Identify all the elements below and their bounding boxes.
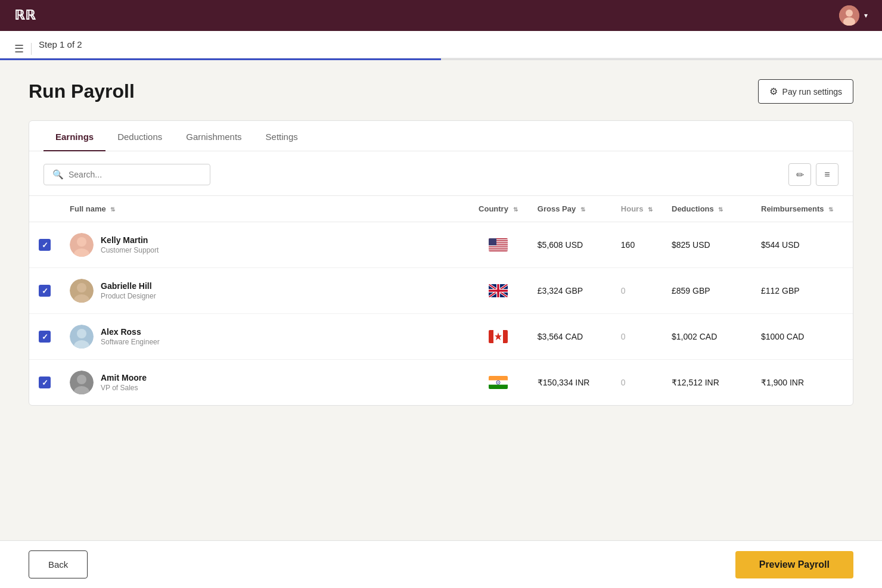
svg-point-32 — [498, 382, 499, 383]
employee-cell: Alex Ross Software Engineer — [70, 325, 459, 349]
row-deductions-cell: $1,002 CAD — [662, 314, 751, 360]
row-deductions-cell: ₹12,512 INR — [662, 360, 751, 406]
preview-payroll-button[interactable]: Preview Payroll — [735, 551, 853, 578]
country-flag-ca — [489, 331, 508, 341]
tab-deductions[interactable]: Deductions — [105, 121, 174, 151]
row-hours-cell: 0 — [611, 314, 662, 360]
employee-role: Software Engineer — [101, 338, 160, 346]
country-sort-icon[interactable]: ⇅ — [513, 206, 518, 213]
tab-garnishments[interactable]: Garnishments — [174, 121, 253, 151]
svg-point-19 — [77, 329, 86, 338]
employee-role: VP of Sales — [101, 384, 147, 392]
row-checkbox-alex[interactable]: ✓ — [39, 331, 51, 343]
col-country[interactable]: Country ⇅ — [468, 196, 528, 222]
row-country-cell — [468, 360, 528, 406]
row-hours-cell: 160 — [611, 222, 662, 268]
grosspay-sort-icon[interactable]: ⇅ — [580, 206, 585, 213]
deductions-sort-icon[interactable]: ⇅ — [718, 206, 723, 213]
tab-earnings[interactable]: Earnings — [44, 121, 105, 151]
row-reimbursements-cell: ₹1,900 INR — [751, 360, 853, 406]
back-button[interactable]: Back — [29, 550, 88, 578]
payroll-table: Full name ⇅ Country ⇅ Gross Pay ⇅ Hour — [29, 195, 853, 405]
col-fullname[interactable]: Full name ⇅ — [60, 196, 468, 222]
employee-name: Kelly Martin — [101, 235, 159, 245]
row-checkbox-cell: ✓ — [29, 360, 60, 406]
row-reimbursements-cell: $544 USD — [751, 222, 853, 268]
reimbursements-sort-icon[interactable]: ⇅ — [828, 206, 833, 213]
edit-icon: ✏ — [796, 169, 804, 181]
hours-sort-icon[interactable]: ⇅ — [648, 206, 653, 213]
table-row: ✓ Gabrielle Hill Product Designer — [29, 268, 853, 314]
stepbar: ☰ Step 1 of 2 — [0, 31, 882, 58]
app-logo: ℝℝ — [14, 8, 36, 23]
svg-point-15 — [77, 283, 86, 293]
row-reimbursements-cell: $1000 CAD — [751, 314, 853, 360]
tab-bar: Earnings Deductions Garnishments Setting… — [29, 121, 853, 151]
row-reimbursements-cell: £112 GBP — [751, 268, 853, 314]
tab-settings[interactable]: Settings — [254, 121, 310, 151]
page-header: Run Payroll ⚙ Pay run settings — [29, 79, 853, 104]
employee-avatar — [70, 325, 94, 349]
user-avatar[interactable] — [839, 5, 859, 26]
employee-name: Gabrielle Hill — [101, 281, 156, 291]
row-grosspay-cell: $5,608 USD — [528, 222, 611, 268]
employee-info: Amit Moore VP of Sales — [101, 373, 147, 392]
edit-button[interactable]: ✏ — [788, 163, 811, 186]
step-indicator: Step 1 of 2 — [39, 39, 82, 58]
employee-role: Customer Support — [101, 246, 159, 254]
search-box[interactable]: 🔍 — [44, 164, 210, 185]
filter-icon: ≡ — [824, 169, 830, 180]
svg-rect-30 — [489, 385, 508, 389]
stepbar-divider — [31, 43, 32, 55]
main-content: Run Payroll ⚙ Pay run settings Earnings … — [0, 60, 882, 588]
hamburger-menu-icon[interactable]: ☰ — [14, 42, 24, 55]
employee-info: Alex Ross Software Engineer — [101, 327, 160, 346]
row-grosspay-cell: ₹150,334 INR — [528, 360, 611, 406]
search-input[interactable] — [69, 170, 201, 179]
svg-rect-23 — [503, 330, 508, 343]
pay-run-settings-button[interactable]: ⚙ Pay run settings — [758, 79, 853, 104]
country-flag-in — [489, 377, 508, 387]
user-menu-chevron[interactable]: ▾ — [864, 11, 868, 20]
row-checkbox-gabrielle[interactable]: ✓ — [39, 285, 51, 297]
table-row: ✓ Kelly Martin Customer Support — [29, 222, 853, 268]
table-row: ✓ Alex Ross Software Engineer — [29, 314, 853, 360]
svg-rect-13 — [489, 238, 496, 245]
col-grosspay[interactable]: Gross Pay ⇅ — [528, 196, 611, 222]
row-hours-cell: 0 — [611, 268, 662, 314]
row-checkbox-cell: ✓ — [29, 314, 60, 360]
col-reimbursements[interactable]: Reimbursements ⇅ — [751, 196, 853, 222]
svg-rect-12 — [489, 250, 508, 251]
filter-button[interactable]: ≡ — [816, 163, 838, 186]
payroll-card: Earnings Deductions Garnishments Setting… — [29, 120, 853, 406]
employee-name: Amit Moore — [101, 373, 147, 382]
row-grosspay-cell: £3,324 GBP — [528, 268, 611, 314]
search-icon: 🔍 — [52, 169, 64, 180]
fullname-sort-icon[interactable]: ⇅ — [110, 206, 115, 213]
row-checkbox-amit[interactable]: ✓ — [39, 377, 51, 388]
employee-avatar — [70, 279, 94, 303]
row-hours-cell: 0 — [611, 360, 662, 406]
svg-point-26 — [77, 375, 86, 384]
row-name-cell: Amit Moore VP of Sales — [60, 360, 468, 406]
row-country-cell — [468, 314, 528, 360]
row-country-cell — [468, 268, 528, 314]
employee-info: Kelly Martin Customer Support — [101, 235, 159, 254]
payroll-table-wrap: Full name ⇅ Country ⇅ Gross Pay ⇅ Hour — [29, 195, 853, 405]
employee-avatar — [70, 233, 94, 257]
employee-role: Product Designer — [101, 292, 156, 300]
row-deductions-cell: $825 USD — [662, 222, 751, 268]
employee-cell: Amit Moore VP of Sales — [70, 371, 459, 394]
row-country-cell — [468, 222, 528, 268]
svg-rect-10 — [489, 245, 508, 247]
gear-icon: ⚙ — [769, 86, 778, 97]
row-checkbox-kelly[interactable]: ✓ — [39, 239, 51, 251]
bottom-action-bar: Back Preview Payroll — [0, 540, 882, 588]
employee-cell: Kelly Martin Customer Support — [70, 233, 459, 257]
top-navigation: ℝℝ ▾ — [0, 0, 882, 31]
toolbar-actions: ✏ ≡ — [788, 163, 838, 186]
col-deductions[interactable]: Deductions ⇅ — [662, 196, 751, 222]
country-flag-us — [489, 239, 508, 249]
col-hours[interactable]: Hours ⇅ — [611, 196, 662, 222]
row-checkbox-cell: ✓ — [29, 268, 60, 314]
